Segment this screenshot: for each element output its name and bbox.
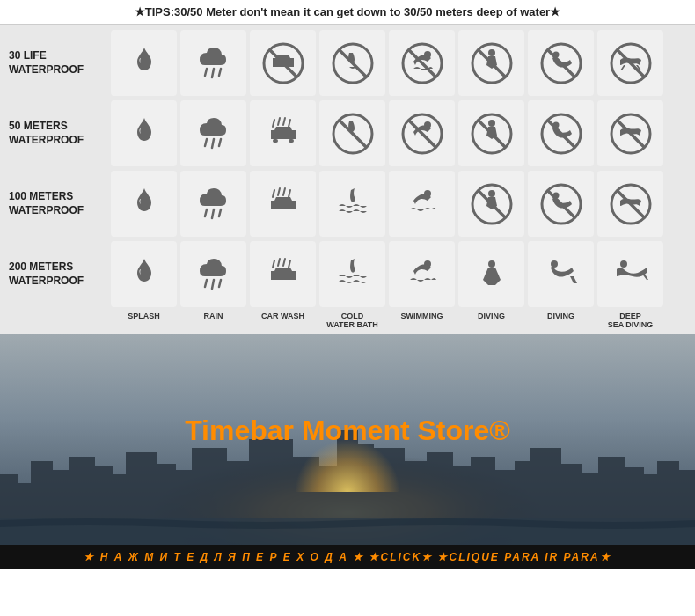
icons-50-meters: [111, 100, 663, 166]
svg-line-45: [283, 188, 285, 195]
icon-splash-r2: [111, 100, 177, 166]
top-banner-text: ★TIPS:30/50 Meter don't mean it can get …: [135, 5, 560, 18]
svg-line-20: [219, 139, 221, 146]
icon-carwash-r2: [250, 100, 316, 166]
icon-swimming-r2: [389, 100, 455, 166]
svg-point-11: [488, 49, 495, 56]
sun-glow: [295, 439, 400, 492]
icon-diving-r2: [458, 100, 524, 166]
svg-rect-26: [289, 139, 294, 143]
icon-swimming-r3: [389, 171, 455, 237]
svg-line-58: [219, 280, 221, 287]
icon-splash-r4: [111, 241, 177, 307]
icons-200-meters: [111, 241, 663, 307]
top-banner: ★TIPS:30/50 Meter don't mean it can get …: [0, 0, 695, 25]
label-100-meters: 100 METERSWATERPROOF: [5, 190, 111, 217]
svg-line-23: [283, 118, 285, 125]
label-200-meters: 200 METERSWATERPROOF: [5, 260, 111, 288]
icons-30-life: [111, 30, 663, 96]
svg-line-60: [278, 259, 280, 266]
icon-diving-r4: [458, 241, 524, 307]
icon-diving2-r1: [528, 30, 594, 96]
col-label-coldwaterbath: COLDWATER BATH: [319, 312, 385, 329]
ticker-text: ★ Н А Ж М И Т Е Д Л Я П Е Р Е Х О Д А ★ …: [84, 551, 611, 563]
icon-swimming-r4: [389, 241, 455, 307]
row-50-meters: 50 METERSWATERPROOF: [5, 100, 690, 166]
svg-line-43: [273, 190, 274, 197]
label-30-life: 30 LIFEWATERPROOF: [5, 49, 111, 77]
icon-splash-r1: [111, 30, 177, 96]
row-100-meters: 100 METERSWATERPROOF: [5, 171, 690, 237]
svg-line-1: [212, 69, 214, 77]
icon-diving2-r4: [528, 241, 594, 307]
col-label-swimming: SWIMMING: [389, 312, 455, 329]
svg-line-9: [408, 49, 436, 77]
icon-coldwaterbath-r3: [319, 171, 385, 237]
icon-coldwaterbath-r2: [319, 100, 385, 166]
icon-deepseadiving-r4: [597, 241, 663, 307]
store-name: Timebar Moment Store®: [185, 414, 510, 447]
svg-line-40: [205, 209, 207, 216]
row-30-life: 30 LIFEWATERPROOF: [5, 30, 690, 96]
svg-line-46: [289, 190, 290, 197]
svg-line-22: [278, 118, 280, 125]
icon-deepseadiving-r2: [597, 100, 663, 166]
waterproof-section: 30 LIFEWATERPROOF: [0, 25, 695, 334]
svg-point-64: [488, 260, 495, 268]
svg-line-19: [212, 139, 214, 148]
col-label-diving2: DIVING: [528, 312, 594, 329]
col-label-deepseadiving: DEEPSEA DIVING: [597, 312, 663, 329]
col-label-splash: SPLASH: [111, 312, 177, 329]
col-label-rain: RAIN: [180, 312, 246, 329]
icon-deepseadiving-r3: [597, 171, 663, 237]
icon-diving2-r3: [528, 171, 594, 237]
svg-line-0: [205, 69, 207, 76]
bottom-ticker: ★ Н А Ж М И Т Е Д Л Я П Е Р Е Х О Д А ★ …: [0, 545, 695, 569]
svg-rect-25: [273, 139, 278, 143]
col-label-diving1: DIVING: [458, 312, 524, 329]
svg-point-66: [620, 260, 627, 268]
svg-line-62: [289, 260, 290, 268]
icon-carwash-r4: [250, 241, 316, 307]
svg-line-31: [408, 120, 436, 148]
svg-line-24: [289, 120, 290, 127]
icon-diving2-r2: [528, 100, 594, 166]
icon-swimming-r1: [389, 30, 455, 96]
svg-line-56: [205, 280, 207, 287]
icon-deepseadiving-r1: [597, 30, 663, 96]
icon-rain-r4: [180, 241, 246, 307]
svg-line-44: [278, 188, 280, 195]
row-200-meters: 200 METERSWATERPROOF: [5, 241, 690, 307]
svg-line-42: [219, 209, 221, 216]
svg-line-57: [212, 280, 214, 289]
svg-line-59: [273, 260, 274, 268]
label-50-meters: 50 METERSWATERPROOF: [5, 120, 111, 147]
svg-point-33: [488, 120, 495, 127]
svg-line-61: [283, 259, 285, 266]
icon-carwash-r1: [250, 30, 316, 96]
svg-point-49: [488, 190, 495, 197]
icon-diving-r3: [458, 171, 524, 237]
column-labels: SPLASH RAIN CAR WASH COLDWATER BATH SWIM…: [111, 312, 690, 334]
col-label-carwash: CAR WASH: [250, 312, 316, 329]
icon-carwash-r3: [250, 171, 316, 237]
icon-diving-r1: [458, 30, 524, 96]
icon-coldwaterbath-r1: [319, 30, 385, 96]
icons-100-meters: [111, 171, 663, 237]
icon-rain-r1: [180, 30, 246, 96]
city-section: Timebar Moment Store®: [0, 334, 695, 545]
svg-line-21: [273, 120, 274, 127]
svg-line-18: [205, 139, 207, 146]
svg-line-2: [219, 69, 221, 76]
icon-splash-r3: [111, 171, 177, 237]
icon-coldwaterbath-r4: [319, 241, 385, 307]
icon-rain-r2: [180, 100, 246, 166]
svg-line-41: [212, 209, 214, 218]
icon-rain-r3: [180, 171, 246, 237]
